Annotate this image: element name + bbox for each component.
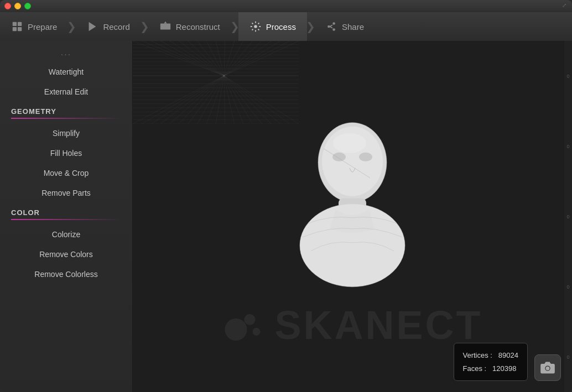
main-content: ... Watertight External Edit Geometry Si… [0, 41, 572, 392]
minimize-button[interactable] [14, 3, 21, 9]
prepare-icon [11, 20, 23, 33]
close-button[interactable] [4, 3, 11, 9]
sidebar-item-remove-parts[interactable]: Remove Parts [0, 183, 132, 203]
sidebar-section-geometry: Geometry [0, 102, 132, 117]
watermark-text: SKANECT [274, 302, 482, 348]
bust-svg [286, 118, 419, 295]
svg-rect-2 [13, 27, 17, 31]
svg-point-21 [252, 328, 260, 336]
vertices-value: 89024 [498, 351, 518, 359]
tab-share[interactable]: Share [314, 12, 375, 41]
tab-prepare[interactable]: Prepare [0, 12, 68, 41]
sidebar-item-remove-colorless[interactable]: Remove Colorless [0, 264, 132, 284]
faces-row: Faces : 120398 [463, 362, 519, 375]
geometry-divider [11, 118, 121, 119]
process-icon [249, 20, 262, 33]
tab-record[interactable]: Record [75, 12, 141, 41]
svg-point-18 [333, 133, 366, 153]
sidebar-item-simplify[interactable]: Simplify [0, 123, 132, 143]
titlebar: ⤢ [0, 0, 572, 12]
traffic-lights [4, 3, 31, 9]
svg-rect-5 [160, 24, 170, 30]
svg-marker-6 [164, 22, 167, 24]
sidebar-item-remove-colors[interactable]: Remove Colors [0, 244, 132, 264]
viewport[interactable]: SKANECT 0 0 0 0 0 Vertices : 89024 Faces… [133, 41, 572, 392]
svg-point-8 [332, 22, 335, 25]
svg-marker-4 [89, 22, 96, 32]
ruler-mark-3: 0 [566, 214, 569, 219]
prepare-label: Prepare [28, 22, 57, 32]
resize-icon: ⤢ [562, 2, 569, 9]
faces-label: Faces : [463, 364, 487, 373]
svg-point-14 [359, 152, 372, 161]
sidebar: ... Watertight External Edit Geometry Si… [0, 41, 133, 392]
nav-tabs: Prepare ❯ Record ❯ Reconstruct ❯ Process… [0, 12, 572, 41]
reconstruct-label: Reconstruct [176, 22, 220, 32]
sidebar-section-color: Color [0, 203, 132, 218]
svg-point-19 [225, 318, 247, 341]
ruler-mark-4: 0 [566, 284, 569, 290]
maximize-button[interactable] [24, 3, 31, 9]
process-label: Process [266, 22, 296, 32]
camera-icon [540, 360, 555, 375]
share-label: Share [342, 22, 364, 32]
svg-point-10 [327, 25, 330, 28]
stats-panel: Vertices : 89024 Faces : 120398 [454, 343, 528, 381]
vertices-row: Vertices : 89024 [463, 349, 519, 362]
ruler-right: 0 0 0 0 0 [564, 41, 572, 392]
watermark-logo [222, 309, 266, 342]
svg-point-23 [546, 367, 550, 370]
tab-reconstruct[interactable]: Reconstruct [148, 12, 231, 41]
sidebar-item-external-edit[interactable]: External Edit [0, 82, 132, 102]
record-label: Record [103, 22, 129, 32]
svg-point-7 [254, 25, 257, 28]
sidebar-item-colorize[interactable]: Colorize [0, 224, 132, 244]
svg-rect-3 [18, 27, 22, 31]
svg-point-9 [332, 28, 335, 31]
faces-value: 120398 [492, 364, 516, 373]
svg-rect-1 [18, 22, 22, 26]
ruler-mark-5: 0 [566, 354, 569, 360]
arrow-3: ❯ [230, 20, 240, 33]
sidebar-more: ... [0, 45, 132, 62]
ruler-mark-1: 0 [566, 74, 569, 79]
svg-point-13 [332, 152, 346, 161]
ruler-mark-2: 0 [566, 144, 569, 149]
svg-point-20 [244, 314, 255, 325]
arrow-2: ❯ [140, 20, 149, 33]
screenshot-button[interactable] [534, 354, 561, 381]
share-icon [325, 20, 337, 33]
svg-rect-0 [13, 22, 17, 26]
reconstruct-icon [159, 20, 171, 33]
arrow-4: ❯ [306, 20, 315, 33]
record-icon [86, 20, 98, 33]
sidebar-item-fill-holes[interactable]: Fill Holes [0, 143, 132, 163]
tab-process[interactable]: Process [238, 12, 307, 41]
watermark: SKANECT [222, 302, 482, 348]
grid-canvas [133, 41, 299, 124]
sidebar-item-move-crop[interactable]: Move & Crop [0, 163, 132, 183]
color-divider [11, 219, 121, 220]
3d-model [286, 118, 419, 297]
arrow-1: ❯ [67, 20, 76, 33]
vertices-label: Vertices : [463, 351, 492, 359]
sidebar-item-watertight[interactable]: Watertight [0, 62, 132, 82]
